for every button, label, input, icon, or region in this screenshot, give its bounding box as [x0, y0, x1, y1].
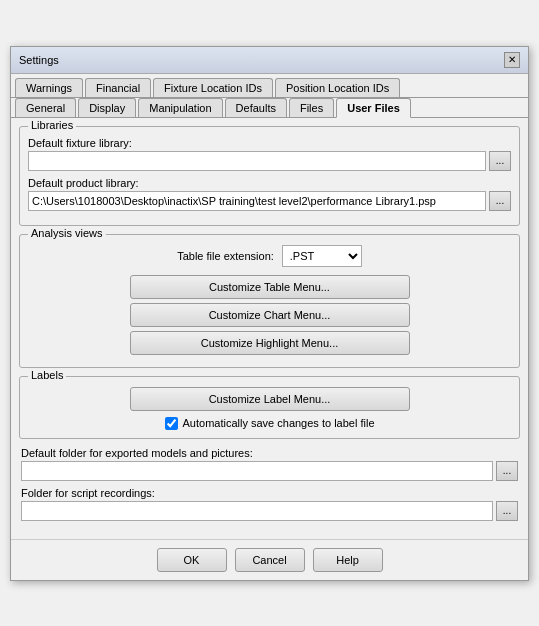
- fixture-library-label: Default fixture library:: [28, 137, 511, 149]
- tab-warnings[interactable]: Warnings: [15, 78, 83, 97]
- table-ext-select[interactable]: .PST .CSV .XLS: [282, 245, 362, 267]
- bottom-bar: OK Cancel Help: [11, 539, 528, 580]
- tab-general[interactable]: General: [15, 98, 76, 117]
- tab-defaults[interactable]: Defaults: [225, 98, 287, 117]
- export-folder-input[interactable]: [21, 461, 493, 481]
- script-folder-input[interactable]: [21, 501, 493, 521]
- auto-save-label: Automatically save changes to label file: [183, 417, 375, 429]
- fixture-library-row: ...: [28, 151, 511, 171]
- close-button[interactable]: ✕: [504, 52, 520, 68]
- libraries-group-title: Libraries: [28, 119, 76, 131]
- analysis-views-group: Analysis views Table file extension: .PS…: [19, 234, 520, 368]
- analysis-content: Table file extension: .PST .CSV .XLS Cus…: [28, 245, 511, 355]
- tab-user-files[interactable]: User Files: [336, 98, 411, 118]
- tabs-row2: General Display Manipulation Defaults Fi…: [11, 98, 528, 118]
- product-library-input[interactable]: [28, 191, 486, 211]
- cancel-button[interactable]: Cancel: [235, 548, 305, 572]
- labels-group: Labels Customize Label Menu... Automatic…: [19, 376, 520, 439]
- table-ext-label: Table file extension:: [177, 250, 274, 262]
- analysis-group-title: Analysis views: [28, 227, 106, 239]
- tab-fixture-location-ids[interactable]: Fixture Location IDs: [153, 78, 273, 97]
- auto-save-row: Automatically save changes to label file: [28, 417, 511, 430]
- title-bar: Settings ✕: [11, 47, 528, 74]
- tab-display[interactable]: Display: [78, 98, 136, 117]
- libraries-group: Libraries Default fixture library: ... D…: [19, 126, 520, 226]
- fixture-library-input[interactable]: [28, 151, 486, 171]
- export-folder-row: ...: [21, 461, 518, 481]
- labels-content: Customize Label Menu... Automatically sa…: [28, 387, 511, 430]
- main-content: Libraries Default fixture library: ... D…: [11, 118, 528, 535]
- customize-chart-menu-button[interactable]: Customize Chart Menu...: [130, 303, 410, 327]
- product-browse-button[interactable]: ...: [489, 191, 511, 211]
- auto-save-checkbox[interactable]: [165, 417, 178, 430]
- help-button[interactable]: Help: [313, 548, 383, 572]
- settings-window: Settings ✕ Warnings Financial Fixture Lo…: [10, 46, 529, 581]
- script-browse-button[interactable]: ...: [496, 501, 518, 521]
- tab-financial[interactable]: Financial: [85, 78, 151, 97]
- export-browse-button[interactable]: ...: [496, 461, 518, 481]
- export-section: Default folder for exported models and p…: [19, 447, 520, 521]
- tab-files[interactable]: Files: [289, 98, 334, 117]
- script-folder-label: Folder for script recordings:: [21, 487, 518, 499]
- libraries-content: Default fixture library: ... Default pro…: [28, 137, 511, 211]
- export-folder-label: Default folder for exported models and p…: [21, 447, 518, 459]
- script-folder-row: ...: [21, 501, 518, 521]
- ok-button[interactable]: OK: [157, 548, 227, 572]
- table-ext-row: Table file extension: .PST .CSV .XLS: [28, 245, 511, 267]
- tab-position-location-ids[interactable]: Position Location IDs: [275, 78, 400, 97]
- product-library-row: ...: [28, 191, 511, 211]
- customize-label-menu-button[interactable]: Customize Label Menu...: [130, 387, 410, 411]
- tab-manipulation[interactable]: Manipulation: [138, 98, 222, 117]
- customize-table-menu-button[interactable]: Customize Table Menu...: [130, 275, 410, 299]
- table-ext-combo-wrapper: .PST .CSV .XLS: [282, 245, 362, 267]
- customize-highlight-menu-button[interactable]: Customize Highlight Menu...: [130, 331, 410, 355]
- tabs-row1: Warnings Financial Fixture Location IDs …: [11, 74, 528, 98]
- fixture-browse-button[interactable]: ...: [489, 151, 511, 171]
- labels-group-title: Labels: [28, 369, 66, 381]
- product-library-label: Default product library:: [28, 177, 511, 189]
- window-title: Settings: [19, 54, 59, 66]
